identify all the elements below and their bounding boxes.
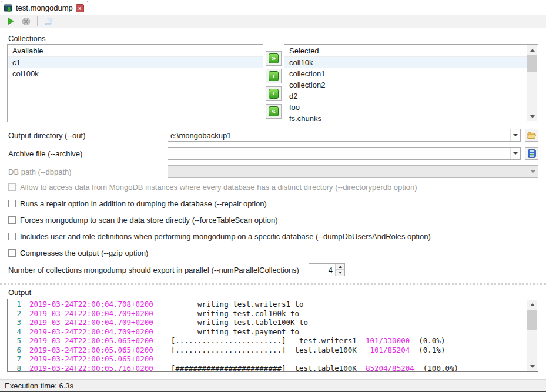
log-line-number: 3 — [8, 318, 25, 327]
checkbox-label: Runs a repair option in addition to dump… — [20, 199, 267, 208]
toolbar — [0, 15, 546, 28]
log-lines: 12019-03-24T22:00:04.708+0200 writing te… — [8, 300, 528, 372]
log-line-text: 2019-03-24T22:00:05.065+0200 — [25, 354, 153, 364]
run-button[interactable] — [5, 16, 16, 26]
move-right-icon: › — [269, 71, 279, 81]
checkbox-label: Includes user and role definitions when … — [20, 232, 431, 241]
log-line-number: 7 — [8, 354, 25, 364]
output-log[interactable]: 12019-03-24T22:00:04.708+0200 writing te… — [7, 299, 538, 372]
log-line-number: 1 — [8, 300, 25, 309]
move-all-right-button[interactable]: » — [266, 51, 282, 66]
execution-time-text: Execution time: 6.3s — [5, 381, 73, 390]
output-directory-label: Output directory (--out) — [8, 131, 86, 140]
log-line-number: 2 — [8, 309, 25, 319]
list-item-collection2[interactable]: collection2 — [284, 79, 528, 91]
list-item-foo[interactable]: foo — [284, 102, 528, 113]
checkbox-row-0: Allow to access data from MongoDB instan… — [8, 183, 537, 191]
scrollbar-thumb[interactable] — [527, 55, 537, 72]
checkbox-label: Compresses the output (--gzip option) — [20, 249, 148, 257]
selected-collections-list[interactable]: Selected coll10kcollection1collection2d2… — [284, 44, 538, 122]
output-directory-dropdown-icon[interactable] — [510, 129, 520, 141]
list-item-fs.chunks[interactable]: fs.chunks — [284, 113, 528, 122]
toolbar-separator — [37, 16, 38, 26]
log-line-8: 82019-03-24T22:00:05.716+0200 [#########… — [8, 364, 528, 373]
log-line-text: 2019-03-24T22:00:04.709+0200 writing tes… — [25, 327, 299, 337]
log-line-7: 72019-03-24T22:00:05.065+0200 — [8, 354, 528, 364]
output-directory-combobox[interactable] — [168, 129, 521, 142]
move-all-left-button[interactable]: « — [266, 104, 282, 119]
log-line-4: 42019-03-24T22:00:04.709+0200 writing te… — [8, 327, 528, 337]
scroll-up-icon[interactable] — [527, 45, 537, 55]
selected-list-header: Selected — [284, 45, 528, 57]
available-list-header: Available — [8, 45, 263, 57]
db-path-dropdown-icon — [528, 166, 538, 177]
log-line-number: 6 — [8, 346, 25, 355]
scroll-up-icon[interactable] — [527, 300, 537, 309]
list-item-col100k[interactable]: col100k — [8, 68, 263, 79]
list-item-collection1[interactable]: collection1 — [284, 68, 528, 79]
move-all-right-icon: » — [269, 53, 279, 63]
scroll-down-icon[interactable] — [527, 112, 537, 121]
archive-file-input[interactable] — [168, 148, 510, 159]
output-directory-input[interactable] — [168, 129, 510, 141]
log-line-5: 52019-03-24T22:00:05.065+0200 [.........… — [8, 336, 528, 346]
log-line-number: 8 — [8, 364, 25, 373]
output-section-label: Output — [8, 288, 31, 297]
log-scrollbar[interactable] — [527, 300, 537, 371]
checkbox[interactable] — [8, 233, 16, 240]
log-line-text: 2019-03-24T22:00:05.065+0200 [..........… — [25, 346, 445, 355]
log-line-2: 22019-03-24T22:00:04.709+0200 writing te… — [8, 309, 528, 319]
script-button[interactable] — [43, 16, 55, 26]
checkbox-group: Allow to access data from MongoDB instan… — [8, 183, 537, 266]
list-item-d2[interactable]: d2 — [284, 91, 528, 102]
scroll-down-icon[interactable] — [527, 361, 537, 371]
log-line-6: 62019-03-24T22:00:05.065+0200 [.........… — [8, 346, 528, 355]
splitter-handle[interactable] — [0, 283, 546, 285]
checkbox[interactable] — [8, 249, 16, 257]
execution-time-panel: Execution time: 6.3s — [0, 380, 126, 391]
folder-icon — [527, 131, 537, 139]
checkbox[interactable] — [8, 200, 16, 207]
scrollbar-thumb[interactable] — [527, 310, 537, 330]
browse-folder-button[interactable] — [525, 129, 538, 142]
selected-list-scrollbar[interactable] — [527, 45, 537, 121]
move-right-button[interactable]: › — [266, 69, 282, 83]
log-line-3: 32019-03-24T22:00:04.709+0200 writing te… — [8, 318, 528, 327]
save-icon — [528, 149, 536, 158]
list-item-coll10k[interactable]: coll10k — [284, 57, 528, 68]
move-left-button[interactable]: ‹ — [266, 86, 282, 101]
checkbox-label: Allow to access data from MongoDB instan… — [20, 183, 417, 192]
log-line-text: 2019-03-24T22:00:04.709+0200 writing tes… — [25, 309, 299, 319]
tab-bar: test.mongodump x — [0, 0, 546, 15]
tab-test-mongodump[interactable]: test.mongodump x — [1, 1, 88, 15]
checkbox-row-4: Compresses the output (--gzip option) — [8, 249, 537, 257]
log-line-1: 12019-03-24T22:00:04.708+0200 writing te… — [8, 300, 528, 309]
save-archive-button[interactable] — [525, 147, 538, 160]
archive-file-dropdown-icon[interactable] — [510, 148, 520, 159]
parallel-collections-input[interactable] — [309, 264, 334, 276]
checkbox-row-1: Runs a repair option in addition to dump… — [8, 200, 537, 207]
spinner-down-icon[interactable] — [335, 270, 344, 276]
archive-file-label: Archive file (--archive) — [8, 149, 82, 158]
collections-section-label: Collections — [8, 34, 46, 43]
tab-title: test.mongodump — [16, 4, 73, 12]
available-collections-list[interactable]: Available c1col100k — [7, 44, 263, 122]
parallel-collections-label: Number of collections mongodump should e… — [8, 266, 299, 274]
checkbox-label: Forces mongodump to scan the data store … — [20, 216, 278, 225]
mongodump-tab-icon — [4, 4, 13, 13]
parallel-collections-spinner[interactable] — [309, 263, 345, 276]
status-bar: Execution time: 6.3s — [0, 379, 546, 392]
tab-close-icon[interactable]: x — [76, 4, 84, 12]
log-line-text: 2019-03-24T22:00:05.716+0200 [##########… — [25, 364, 458, 373]
log-line-number: 4 — [8, 327, 25, 337]
list-item-c1[interactable]: c1 — [8, 57, 263, 68]
checkbox-row-2: Forces mongodump to scan the data store … — [8, 216, 537, 224]
archive-file-combobox[interactable] — [168, 147, 521, 160]
checkbox[interactable] — [8, 216, 16, 224]
stop-button-disabled — [20, 16, 32, 26]
log-line-text: 2019-03-24T22:00:04.709+0200 writing tes… — [25, 318, 308, 327]
checkbox-row-3: Includes user and role definitions when … — [8, 233, 537, 240]
log-line-text: 2019-03-24T22:00:05.065+0200 [..........… — [25, 336, 445, 346]
spinner-up-icon[interactable] — [335, 264, 344, 270]
db-path-label: DB path (--dbpath) — [8, 167, 72, 176]
